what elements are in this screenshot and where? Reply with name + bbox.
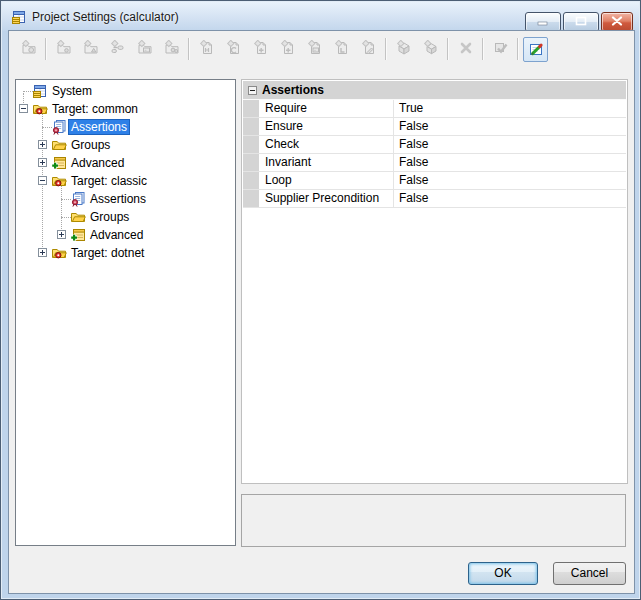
tree-item-assertions[interactable]: Assertions <box>16 190 235 208</box>
file-image-icon <box>307 40 323 59</box>
new-project-button <box>16 37 41 62</box>
property-row-check: CheckFalse <box>243 136 626 154</box>
dialog-client-area: SystemTarget: commonAssertionsGroupsAdva… <box>9 31 634 593</box>
tree-item-target-common[interactable]: Target: common <box>16 100 235 118</box>
add-import-file-button <box>329 37 354 62</box>
folder-icon <box>51 137 67 153</box>
advanced-icon <box>51 155 67 171</box>
file-plus-icon <box>253 40 269 59</box>
add-class-file-button <box>221 37 246 62</box>
target-folder-icon <box>51 245 67 261</box>
advanced-icon <box>70 227 86 243</box>
tree-item-label: Groups <box>87 209 132 225</box>
property-row-invariant: InvariantFalse <box>243 154 626 172</box>
maximize-button[interactable] <box>563 12 599 32</box>
property-value[interactable]: False <box>394 136 626 153</box>
property-value[interactable]: False <box>394 154 626 171</box>
file-c-icon <box>226 40 242 59</box>
cube-add-icon <box>423 40 439 59</box>
expand-icon[interactable] <box>38 140 47 149</box>
file-l-icon <box>334 40 350 59</box>
assertions-icon <box>70 191 86 207</box>
system-icon <box>32 83 48 99</box>
collapse-icon[interactable] <box>19 104 28 113</box>
collapse-icon[interactable] <box>38 176 47 185</box>
assertions-icon <box>51 119 67 135</box>
toolbar-separator <box>447 38 449 60</box>
minimize-button[interactable] <box>525 12 561 32</box>
apply-button <box>488 37 513 62</box>
settings-tree-panel: SystemTarget: commonAssertionsGroupsAdva… <box>15 79 236 546</box>
expand-icon[interactable] <box>57 230 66 239</box>
property-value[interactable]: False <box>394 190 626 207</box>
tree-item-groups[interactable]: Groups <box>16 136 235 154</box>
folder-shape-icon <box>83 40 99 59</box>
property-value[interactable]: False <box>394 172 626 189</box>
category-gutter <box>243 154 259 171</box>
cancel-button[interactable]: Cancel <box>553 562 626 585</box>
add-assembly-button <box>78 37 103 62</box>
tree-item-label: Groups <box>68 137 113 153</box>
close-button[interactable] <box>601 12 633 32</box>
property-name: Require <box>259 100 394 117</box>
expand-icon[interactable] <box>38 248 47 257</box>
add-target-button <box>51 37 76 62</box>
add-reference-button <box>105 37 130 62</box>
collapse-category-icon[interactable] <box>248 86 257 95</box>
target-folder-icon <box>51 173 67 189</box>
edit-settings-button[interactable] <box>523 37 548 62</box>
property-name: Loop <box>259 172 394 189</box>
tree-item-groups[interactable]: Groups <box>16 208 235 226</box>
copy-component-button <box>418 37 443 62</box>
cube-icon <box>396 40 412 59</box>
folder-parts-icon <box>164 40 180 59</box>
folder-image-icon <box>137 40 153 59</box>
delete-x-icon <box>458 40 474 59</box>
toolbar-separator <box>517 38 519 60</box>
tree-item-target-classic[interactable]: Target: classic <box>16 172 235 190</box>
folder-disk-icon <box>21 40 37 59</box>
tree-item-target-dotnet[interactable]: Target: dotnet <box>16 244 235 262</box>
property-grid-panel: Assertions RequireTrueEnsureFalseCheckFa… <box>241 79 628 484</box>
tree-item-assertions[interactable]: Assertions <box>16 118 235 136</box>
tree-item-label: Target: classic <box>68 173 150 189</box>
tree-item-label: Target: common <box>49 101 141 117</box>
target-folder-icon <box>32 101 48 117</box>
file-h-icon <box>199 40 215 59</box>
description-panel <box>241 494 626 547</box>
delete-button <box>453 37 478 62</box>
property-row-loop: LoopFalse <box>243 172 626 190</box>
file-plus-icon <box>280 40 296 59</box>
property-value[interactable]: True <box>394 100 626 117</box>
minimize-icon <box>537 15 549 29</box>
property-name: Check <box>259 136 394 153</box>
property-name: Ensure <box>259 118 394 135</box>
property-name: Supplier Precondition <box>259 190 394 207</box>
property-value[interactable]: False <box>394 118 626 135</box>
tree-item-label: Target: dotnet <box>68 245 147 261</box>
category-gutter <box>243 172 259 189</box>
application-icon <box>11 9 27 25</box>
property-row-require: RequireTrue <box>243 100 626 118</box>
toolbar-separator <box>45 38 47 60</box>
category-gutter <box>243 118 259 135</box>
property-category-label: Assertions <box>262 83 324 97</box>
file-pencil-icon <box>361 40 377 59</box>
tree-item-label: Advanced <box>68 155 127 171</box>
tree-item-label: Assertions <box>68 119 130 135</box>
add-file-button <box>248 37 273 62</box>
folder-add-icon <box>56 40 72 59</box>
window-title: Project Settings (calculator) <box>32 10 179 24</box>
tree-item-system[interactable]: System <box>16 82 235 100</box>
add-cluster-button <box>159 37 184 62</box>
tree-item-advanced[interactable]: Advanced <box>16 226 235 244</box>
edit-pencil-icon <box>528 40 544 59</box>
apply-check-icon <box>493 40 509 59</box>
add-file-alt-button <box>275 37 300 62</box>
settings-tree: SystemTarget: commonAssertionsGroupsAdva… <box>16 80 235 262</box>
close-icon <box>611 15 623 29</box>
ok-button[interactable]: OK <box>468 562 538 585</box>
add-header-file-button <box>194 37 219 62</box>
expand-icon[interactable] <box>38 158 47 167</box>
tree-item-advanced[interactable]: Advanced <box>16 154 235 172</box>
